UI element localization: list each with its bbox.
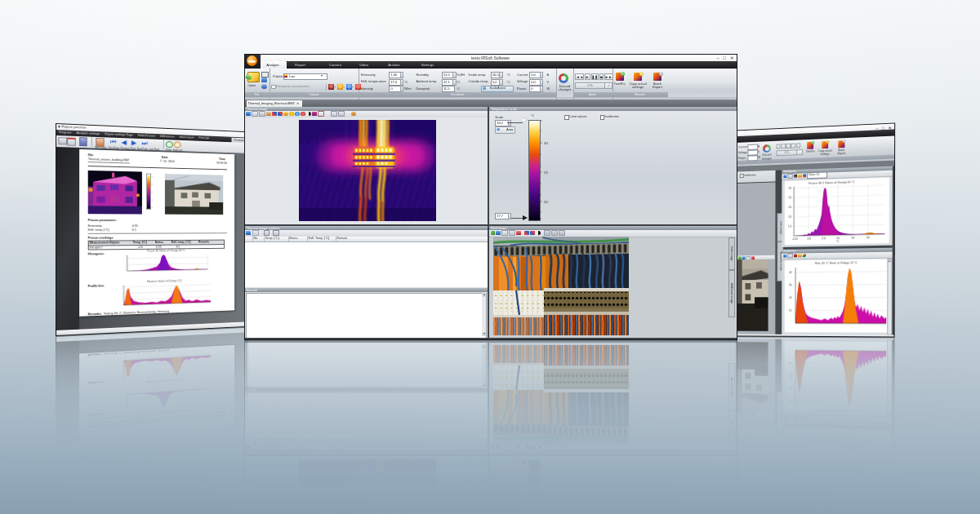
svg-text:4,0: 4,0 xyxy=(866,236,871,240)
svg-text:30: 30 xyxy=(544,141,548,145)
svg-text:3,0: 3,0 xyxy=(851,236,855,240)
svg-text:Measure: Values of Change [°C]: Measure: Values of Change [°C] xyxy=(147,279,181,283)
svg-text:3,0: 3,0 xyxy=(788,206,792,210)
svg-text:4,0: 4,0 xyxy=(788,186,792,190)
svg-text:1,0: 1,0 xyxy=(788,224,792,228)
svg-text:°C: °C xyxy=(836,239,840,243)
svg-text:20: 20 xyxy=(544,200,548,204)
svg-text:3,5: 3,5 xyxy=(788,196,792,200)
svg-text:Max: 40 °C Norm at Voltage 23: Max: 40 °C Norm at Voltage 23 °C xyxy=(815,261,858,265)
svg-text:2,0: 2,0 xyxy=(836,237,840,241)
svg-text:2,0: 2,0 xyxy=(788,215,792,219)
svg-text:Picture: 80 Values of Change 4: Picture: 80 Values of Change 40 °C xyxy=(147,249,185,252)
svg-text:-5,0: -5,0 xyxy=(807,237,812,241)
svg-text:-10,0: -10,0 xyxy=(792,237,798,241)
svg-text:-1,0: -1,0 xyxy=(822,237,826,241)
svg-text:25: 25 xyxy=(544,171,548,175)
